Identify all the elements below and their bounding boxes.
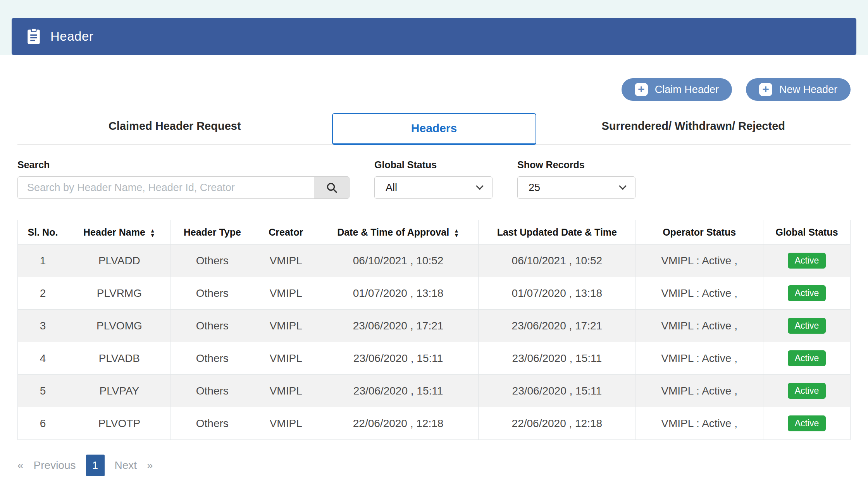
new-header-button[interactable]: + New Header bbox=[746, 78, 851, 101]
cell-creator: VMIPL bbox=[254, 310, 318, 342]
pagination-next[interactable]: Next bbox=[115, 459, 137, 472]
cell-type: Others bbox=[170, 342, 254, 375]
cell-sl: 6 bbox=[18, 407, 68, 440]
cell-approval: 22/06/2020 , 12:18 bbox=[318, 407, 479, 440]
cell-operator: VMIPL : Active , bbox=[636, 245, 763, 277]
global-status-select[interactable]: All bbox=[374, 176, 493, 199]
cell-operator: VMIPL : Active , bbox=[636, 310, 763, 342]
filters-row: Search Global Status All bbox=[17, 159, 851, 199]
pagination: « Previous 1 Next » bbox=[17, 455, 851, 476]
col-label: Date & Time of Approval bbox=[337, 227, 449, 238]
cell-approval: 23/06/2020 , 15:11 bbox=[318, 375, 479, 407]
tab-claimed-header-request[interactable]: Claimed Header Request bbox=[17, 109, 332, 144]
table-row: 4PLVADBOthersVMIPL23/06/2020 , 15:1123/0… bbox=[18, 342, 851, 375]
cell-operator: VMIPL : Active , bbox=[636, 277, 763, 310]
cell-creator: VMIPL bbox=[254, 245, 318, 277]
cell-global-status: Active bbox=[763, 342, 851, 375]
col-date-time-approval[interactable]: Date & Time of Approval▲▼ bbox=[318, 220, 479, 245]
cell-global-status: Active bbox=[763, 375, 851, 407]
pagination-first[interactable]: « bbox=[17, 459, 24, 472]
show-records-select[interactable]: 25 bbox=[517, 176, 636, 199]
col-header-type: Header Type bbox=[170, 220, 254, 245]
status-badge: Active bbox=[788, 415, 826, 431]
sort-icon[interactable]: ▲▼ bbox=[454, 228, 459, 238]
cell-updated: 22/06/2020 , 12:18 bbox=[479, 407, 636, 440]
tab-headers[interactable]: Headers bbox=[332, 113, 536, 145]
cell-name: PLVOTP bbox=[68, 407, 170, 440]
cell-type: Others bbox=[170, 245, 254, 277]
cell-updated: 06/10/2021 , 10:52 bbox=[479, 245, 636, 277]
cell-global-status: Active bbox=[763, 245, 851, 277]
pagination-previous[interactable]: Previous bbox=[34, 459, 76, 472]
global-status-filter: Global Status All bbox=[374, 159, 493, 199]
table-row: 6PLVOTPOthersVMIPL22/06/2020 , 12:1822/0… bbox=[18, 407, 851, 440]
cell-global-status: Active bbox=[763, 277, 851, 310]
col-operator-status: Operator Status bbox=[636, 220, 763, 245]
cell-global-status: Active bbox=[763, 310, 851, 342]
cell-sl: 1 bbox=[18, 245, 68, 277]
col-last-updated: Last Updated Date & Time bbox=[479, 220, 636, 245]
cell-creator: VMIPL bbox=[254, 375, 318, 407]
status-badge: Active bbox=[788, 350, 826, 366]
table-row: 5PLVPAYOthersVMIPL23/06/2020 , 15:1123/0… bbox=[18, 375, 851, 407]
col-label: Header Name bbox=[83, 227, 145, 238]
headers-table: Sl. No. Header Name▲▼ Header Type Creato… bbox=[17, 220, 851, 440]
cell-updated: 23/06/2020 , 17:21 bbox=[479, 310, 636, 342]
col-label: Last Updated Date & Time bbox=[497, 227, 617, 238]
actions-row: + Claim Header + New Header bbox=[17, 78, 851, 101]
top-strip: Header bbox=[0, 0, 868, 55]
col-label: Global Status bbox=[775, 227, 838, 238]
clipboard-icon bbox=[26, 28, 42, 45]
cell-creator: VMIPL bbox=[254, 407, 318, 440]
sort-icon[interactable]: ▲▼ bbox=[150, 228, 155, 238]
cell-updated: 01/07/2020 , 13:18 bbox=[479, 277, 636, 310]
cell-creator: VMIPL bbox=[254, 342, 318, 375]
pagination-last[interactable]: » bbox=[147, 459, 153, 472]
cell-global-status: Active bbox=[763, 407, 851, 440]
search-button[interactable] bbox=[314, 176, 350, 199]
cell-operator: VMIPL : Active , bbox=[636, 342, 763, 375]
col-label: Creator bbox=[269, 227, 303, 238]
show-records-filter: Show Records 25 bbox=[517, 159, 636, 199]
cell-name: PLVRMG bbox=[68, 277, 170, 310]
show-records-select-wrap: 25 bbox=[517, 176, 636, 199]
cell-updated: 23/06/2020 , 15:11 bbox=[479, 375, 636, 407]
cell-approval: 23/06/2020 , 17:21 bbox=[318, 310, 479, 342]
status-badge: Active bbox=[788, 253, 826, 269]
col-header-name[interactable]: Header Name▲▼ bbox=[68, 220, 170, 245]
cell-operator: VMIPL : Active , bbox=[636, 407, 763, 440]
cell-name: PLVOMG bbox=[68, 310, 170, 342]
search-icon bbox=[326, 181, 338, 194]
cell-name: PLVADD bbox=[68, 245, 170, 277]
search-input[interactable] bbox=[17, 176, 314, 199]
cell-type: Others bbox=[170, 277, 254, 310]
cell-sl: 2 bbox=[18, 277, 68, 310]
search-label: Search bbox=[17, 159, 350, 171]
cell-updated: 23/06/2020 , 15:11 bbox=[479, 342, 636, 375]
col-label: Sl. No. bbox=[28, 227, 58, 238]
table-row: 2PLVRMGOthersVMIPL01/07/2020 , 13:1801/0… bbox=[18, 277, 851, 310]
cell-approval: 06/10/2021 , 10:52 bbox=[318, 245, 479, 277]
table-header-row: Sl. No. Header Name▲▼ Header Type Creato… bbox=[18, 220, 851, 245]
table-row: 1PLVADDOthersVMIPL06/10/2021 , 10:5206/1… bbox=[18, 245, 851, 277]
cell-approval: 01/07/2020 , 13:18 bbox=[318, 277, 479, 310]
cell-sl: 4 bbox=[18, 342, 68, 375]
tab-surrendered-withdrawn-rejected[interactable]: Surrendered/ Withdrawn/ Rejected bbox=[536, 109, 851, 144]
status-badge: Active bbox=[788, 383, 826, 399]
status-badge: Active bbox=[788, 318, 826, 334]
cell-type: Others bbox=[170, 310, 254, 342]
pagination-page-1[interactable]: 1 bbox=[86, 455, 105, 476]
main-content: + Claim Header + New Header Claimed Head… bbox=[0, 78, 868, 476]
col-global-status: Global Status bbox=[763, 220, 851, 245]
cell-sl: 3 bbox=[18, 310, 68, 342]
cell-type: Others bbox=[170, 407, 254, 440]
table-row: 3PLVOMGOthersVMIPL23/06/2020 , 17:2123/0… bbox=[18, 310, 851, 342]
show-records-label: Show Records bbox=[517, 159, 636, 171]
global-status-select-wrap: All bbox=[374, 176, 493, 199]
page-title: Header bbox=[50, 29, 93, 44]
col-label: Header Type bbox=[184, 227, 241, 238]
claim-header-button[interactable]: + Claim Header bbox=[622, 78, 732, 101]
global-status-label: Global Status bbox=[374, 159, 493, 171]
col-label: Operator Status bbox=[663, 227, 736, 238]
claim-header-label: Claim Header bbox=[655, 84, 719, 96]
